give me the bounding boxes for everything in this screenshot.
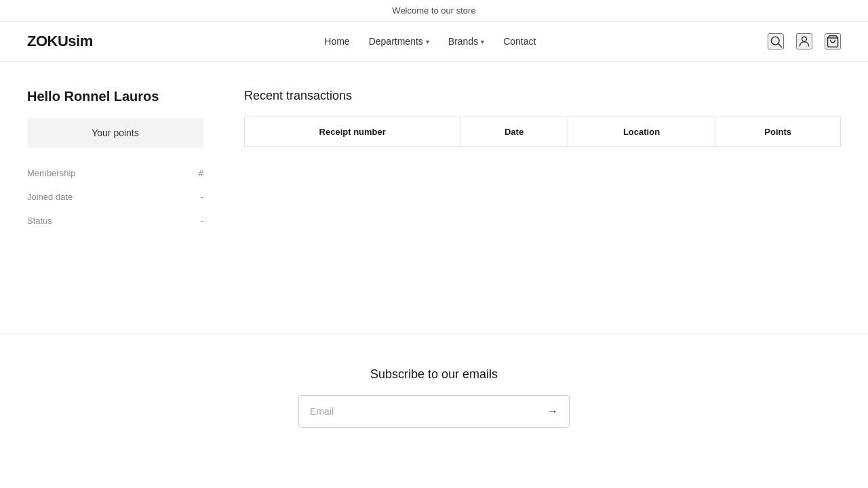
greeting-text: Hello Ronnel Lauros bbox=[27, 89, 203, 104]
membership-value: # bbox=[199, 168, 203, 178]
joined-date-label: Joined date bbox=[27, 192, 73, 202]
transactions-title: Recent transactions bbox=[244, 89, 841, 103]
table-header: Receipt number Date Location Points bbox=[245, 117, 841, 147]
subscribe-button[interactable]: → bbox=[536, 396, 569, 427]
account-button[interactable] bbox=[796, 33, 812, 49]
transactions-table: Receipt number Date Location Points bbox=[244, 117, 841, 147]
points-card: Your points bbox=[27, 118, 203, 148]
banner-text: Welcome to our store bbox=[392, 5, 475, 16]
footer-subscribe: Subscribe to our emails → bbox=[0, 333, 868, 462]
membership-label: Membership bbox=[27, 168, 76, 178]
col-location: Location bbox=[568, 117, 715, 147]
arrow-right-icon: → bbox=[547, 405, 558, 418]
main-nav: Home Departments ▾ Brands ▾ Contact bbox=[324, 36, 536, 47]
nav-contact[interactable]: Contact bbox=[503, 36, 536, 47]
membership-row: Membership # bbox=[27, 161, 203, 185]
header-icons bbox=[768, 33, 841, 49]
status-row: Status - bbox=[27, 209, 203, 232]
cart-button[interactable] bbox=[825, 33, 841, 49]
main-content: Hello Ronnel Lauros Your points Membersh… bbox=[0, 62, 868, 333]
joined-date-row: Joined date - bbox=[27, 185, 203, 209]
site-logo[interactable]: ZOKUsim bbox=[27, 33, 93, 50]
top-banner: Welcome to our store bbox=[0, 0, 868, 22]
subscribe-title: Subscribe to our emails bbox=[27, 367, 841, 382]
svg-point-2 bbox=[802, 37, 807, 41]
user-icon bbox=[797, 35, 811, 48]
col-date: Date bbox=[460, 117, 568, 147]
search-icon bbox=[769, 35, 783, 48]
status-value: - bbox=[201, 216, 203, 226]
nav-brands[interactable]: Brands ▾ bbox=[448, 36, 484, 47]
right-panel: Recent transactions Receipt number Date … bbox=[244, 89, 841, 279]
search-button[interactable] bbox=[768, 33, 784, 49]
cart-icon bbox=[826, 35, 840, 48]
left-panel: Hello Ronnel Lauros Your points Membersh… bbox=[27, 89, 203, 279]
chevron-down-icon: ▾ bbox=[426, 38, 429, 45]
status-label: Status bbox=[27, 216, 52, 226]
svg-line-1 bbox=[778, 44, 782, 47]
email-input[interactable] bbox=[299, 396, 536, 426]
nav-home[interactable]: Home bbox=[324, 36, 349, 47]
chevron-down-icon: ▾ bbox=[481, 38, 484, 45]
nav-departments[interactable]: Departments ▾ bbox=[369, 36, 429, 47]
col-receipt: Receipt number bbox=[245, 117, 460, 147]
joined-date-value: - bbox=[201, 192, 203, 202]
col-points: Points bbox=[715, 117, 841, 147]
header: ZOKUsim Home Departments ▾ Brands ▾ Cont… bbox=[0, 22, 868, 62]
subscribe-form: → bbox=[298, 395, 570, 428]
table-header-row: Receipt number Date Location Points bbox=[245, 117, 841, 147]
points-card-label: Your points bbox=[92, 127, 139, 138]
